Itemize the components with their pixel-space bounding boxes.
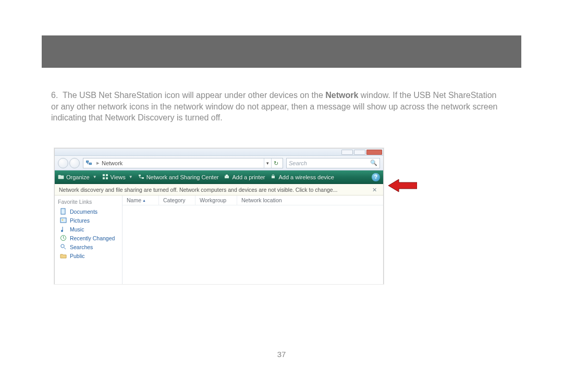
wireless-icon (270, 174, 276, 181)
instruction-step-6: 6.The USB Net ShareStation icon will app… (51, 90, 499, 124)
network-icon (85, 160, 92, 166)
add-printer-button[interactable]: Add a printer (224, 174, 265, 181)
sidebar-item-music[interactable]: Music (60, 226, 119, 232)
forward-button[interactable] (69, 158, 80, 168)
svg-rect-3 (106, 174, 108, 176)
public-icon (60, 252, 67, 259)
svg-rect-9 (226, 175, 228, 176)
maximize-button[interactable] (354, 150, 365, 155)
svg-rect-2 (103, 174, 105, 176)
svg-rect-12 (60, 218, 66, 223)
svg-marker-17 (388, 179, 417, 192)
svg-rect-0 (87, 161, 89, 162)
close-button[interactable] (366, 150, 382, 155)
breadcrumb-bar[interactable]: ▸ Network ▾ ↻ (83, 158, 283, 168)
sort-indicator-icon: ▲ (142, 199, 146, 202)
svg-point-13 (62, 219, 64, 221)
chevron-down-icon: ▼ (93, 175, 97, 179)
music-icon (60, 226, 67, 232)
address-bar-row: ▸ Network ▾ ↻ Search 🔍 (55, 156, 383, 170)
sidebar-item-recently-changed[interactable]: Recently Changed (60, 235, 119, 241)
page-number: 37 (0, 350, 563, 359)
sharing-center-icon (138, 174, 144, 181)
infobar-text: Network discovery and file sharing are t… (59, 187, 337, 193)
minimize-button[interactable] (341, 150, 353, 155)
network-window-screenshot: ▸ Network ▾ ↻ Search 🔍 Organize▼ (54, 148, 384, 284)
organize-menu[interactable]: Organize▼ (58, 174, 97, 181)
svg-point-14 (61, 230, 63, 232)
column-header-name[interactable]: Name ▲ (123, 195, 159, 205)
column-header-workgroup[interactable]: Workgroup (195, 195, 237, 205)
column-header-network-location[interactable]: Network location (237, 195, 383, 205)
column-header-category[interactable]: Category (159, 195, 195, 205)
step-number: 6. (51, 90, 63, 101)
views-icon (102, 174, 108, 181)
step-text-a: The USB Net ShareStation icon will appea… (63, 91, 325, 100)
file-list-pane: Name ▲ Category Workgroup Network locati… (123, 195, 383, 284)
sidebar-item-pictures[interactable]: Pictures (60, 217, 119, 224)
recent-icon (60, 235, 67, 241)
explorer-content: Favorite Links Documents Pictures Music … (55, 195, 383, 284)
views-menu[interactable]: Views▼ (102, 174, 133, 181)
searches-icon (60, 243, 67, 250)
refresh-button[interactable]: ↻ (271, 158, 280, 168)
step-bold: Network (325, 91, 358, 100)
pictures-icon (60, 217, 67, 224)
search-input[interactable]: Search 🔍 (286, 158, 380, 168)
red-arrow-callout (388, 178, 417, 193)
svg-rect-10 (272, 176, 275, 178)
command-bar: Organize▼ Views▼ Network and Sharing Cen… (55, 170, 383, 184)
header-band (42, 35, 521, 68)
documents-icon (60, 208, 67, 215)
network-discovery-infobar[interactable]: Network discovery and file sharing are t… (55, 184, 383, 195)
help-button[interactable]: ? (372, 173, 380, 181)
column-headers: Name ▲ Category Workgroup Network locati… (123, 195, 383, 205)
infobar-close-icon[interactable]: ✕ (370, 187, 379, 193)
sidebar-item-searches[interactable]: Searches (60, 243, 119, 250)
svg-rect-1 (89, 163, 91, 165)
sidebar-item-documents[interactable]: Documents (60, 208, 119, 215)
breadcrumb-sep-icon: ▸ (96, 160, 100, 166)
network-sharing-center-button[interactable]: Network and Sharing Center (138, 174, 219, 181)
breadcrumb-dropdown[interactable]: ▾ (264, 158, 271, 168)
svg-rect-6 (139, 175, 141, 176)
window-titlebar (55, 149, 383, 156)
chevron-down-icon: ▼ (129, 175, 133, 179)
svg-point-16 (61, 244, 64, 248)
search-icon: 🔍 (370, 160, 377, 166)
sidebar-item-public[interactable]: Public (60, 252, 119, 259)
nav-buttons (58, 158, 80, 168)
organize-icon (58, 174, 64, 181)
svg-rect-11 (61, 209, 65, 214)
favorite-links-heading: Favorite Links (58, 199, 119, 205)
back-button[interactable] (58, 158, 68, 168)
breadcrumb-location: Network (102, 160, 123, 166)
svg-rect-7 (142, 177, 144, 179)
svg-rect-4 (103, 177, 105, 179)
svg-rect-8 (225, 176, 229, 178)
printer-icon (224, 174, 230, 181)
add-wireless-device-button[interactable]: Add a wireless device (270, 174, 334, 181)
search-placeholder: Search (289, 160, 307, 166)
svg-rect-5 (106, 177, 108, 179)
favorite-links-sidebar: Favorite Links Documents Pictures Music … (55, 195, 123, 284)
